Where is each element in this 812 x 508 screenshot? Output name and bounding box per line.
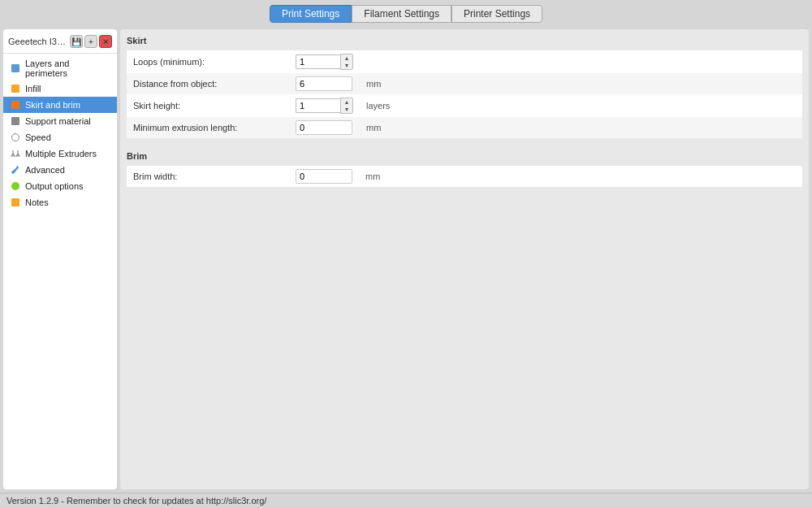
loops-increment-button[interactable]: ▲ bbox=[341, 54, 352, 62]
layers-icon bbox=[10, 63, 21, 74]
field-unit: mm bbox=[360, 117, 802, 138]
field-label: Minimum extrusion length: bbox=[127, 117, 289, 138]
height-increment-button[interactable]: ▲ bbox=[341, 98, 352, 106]
field-unit: mm bbox=[360, 73, 802, 94]
sidebar-item-label: Support material bbox=[25, 116, 91, 126]
field-label: Skirt height: bbox=[127, 94, 289, 117]
brim-section-header: Brim bbox=[127, 151, 802, 161]
sidebar-item-skirt[interactable]: Skirt and brim bbox=[3, 97, 117, 113]
sidebar-item-label: Output options bbox=[25, 181, 84, 191]
sidebar-item-layers[interactable]: Layers and perimeters bbox=[3, 56, 117, 80]
loops-decrement-button[interactable]: ▼ bbox=[341, 62, 352, 69]
skirt-section-header: Skirt bbox=[127, 36, 802, 46]
table-row: Skirt height: ▲ ▼ layers bbox=[127, 94, 802, 117]
field-value-cell: ▲ ▼ bbox=[289, 50, 360, 73]
table-row: Loops (minimum): ▲ ▼ bbox=[127, 50, 802, 73]
sidebar-item-notes[interactable]: Notes bbox=[3, 194, 117, 211]
save-profile-button[interactable]: 💾 bbox=[70, 35, 83, 48]
sidebar-item-label: Multiple Extruders bbox=[25, 149, 97, 158]
output-icon bbox=[10, 180, 21, 192]
tab-print-settings[interactable]: Print Settings bbox=[270, 5, 352, 23]
sidebar-item-infill[interactable]: Infill bbox=[3, 80, 117, 97]
sidebar-item-advanced[interactable]: Advanced bbox=[3, 162, 117, 178]
field-value-cell bbox=[289, 73, 360, 94]
extruders-icon bbox=[10, 148, 21, 159]
field-unit: layers bbox=[360, 94, 802, 117]
sidebar-item-extruders[interactable]: Multiple Extruders bbox=[3, 145, 117, 162]
height-spinner: ▲ ▼ bbox=[296, 98, 353, 114]
infill-icon bbox=[10, 83, 21, 94]
field-value-cell bbox=[289, 117, 360, 138]
loops-spinner-btns: ▲ ▼ bbox=[340, 54, 353, 70]
field-unit bbox=[360, 50, 802, 73]
height-decrement-button[interactable]: ▼ bbox=[341, 106, 352, 113]
field-unit: mm bbox=[359, 166, 802, 187]
sidebar-item-label: Skirt and brim bbox=[25, 100, 80, 110]
wrench-icon bbox=[10, 164, 21, 176]
status-text: Version 1.2.9 - Remember to check for up… bbox=[6, 496, 266, 506]
sidebar-item-label: Notes bbox=[25, 198, 49, 207]
skirt-settings-table: Loops (minimum): ▲ ▼ Distance from o bbox=[127, 50, 802, 138]
sidebar: Geeetech I3 Print finit... 💾 + ✕ Layers … bbox=[3, 29, 117, 489]
speed-icon bbox=[10, 132, 21, 143]
field-label: Brim width: bbox=[127, 166, 289, 187]
loops-input[interactable] bbox=[296, 54, 340, 69]
sidebar-item-label: Infill bbox=[25, 84, 41, 93]
height-spinner-btns: ▲ ▼ bbox=[340, 98, 353, 114]
tab-bar: Print Settings Filament Settings Printer… bbox=[0, 0, 812, 26]
field-label: Distance from object: bbox=[127, 73, 289, 94]
delete-profile-button[interactable]: ✕ bbox=[99, 35, 112, 48]
add-profile-button[interactable]: + bbox=[84, 35, 97, 48]
loops-spinner: ▲ ▼ bbox=[296, 54, 353, 70]
min-extrusion-input[interactable] bbox=[296, 120, 352, 135]
tab-filament-settings[interactable]: Filament Settings bbox=[352, 5, 451, 23]
table-row: Brim width: mm bbox=[127, 166, 802, 187]
support-icon bbox=[10, 115, 21, 127]
sidebar-item-output[interactable]: Output options bbox=[3, 178, 117, 194]
skirt-icon bbox=[10, 99, 21, 111]
profile-name: Geeetech I3 Print finit... bbox=[8, 37, 67, 46]
field-label: Loops (minimum): bbox=[127, 50, 289, 73]
sidebar-item-speed[interactable]: Speed bbox=[3, 129, 117, 145]
sidebar-item-support[interactable]: Support material bbox=[3, 113, 117, 129]
status-bar: Version 1.2.9 - Remember to check for up… bbox=[0, 493, 812, 508]
notes-icon bbox=[10, 197, 21, 208]
sidebar-item-label: Layers and perimeters bbox=[25, 59, 110, 78]
sidebar-item-label: Advanced bbox=[25, 165, 65, 175]
height-input[interactable] bbox=[296, 98, 340, 113]
main-area: Geeetech I3 Print finit... 💾 + ✕ Layers … bbox=[0, 26, 812, 493]
field-value-cell bbox=[289, 166, 359, 187]
header-controls: 💾 + ✕ bbox=[70, 35, 112, 48]
sidebar-header: Geeetech I3 Print finit... 💾 + ✕ bbox=[3, 33, 117, 50]
content-panel: Skirt Loops (minimum): ▲ ▼ bbox=[120, 29, 809, 489]
sidebar-item-label: Speed bbox=[25, 132, 51, 142]
field-value-cell: ▲ ▼ bbox=[289, 94, 360, 117]
brim-width-input[interactable] bbox=[296, 169, 352, 184]
distance-input[interactable] bbox=[296, 76, 352, 91]
table-row: Distance from object: mm bbox=[127, 73, 802, 94]
brim-settings-table: Brim width: mm bbox=[127, 166, 802, 187]
sidebar-divider bbox=[3, 53, 117, 54]
tab-printer-settings[interactable]: Printer Settings bbox=[451, 5, 542, 23]
table-row: Minimum extrusion length: mm bbox=[127, 117, 802, 138]
